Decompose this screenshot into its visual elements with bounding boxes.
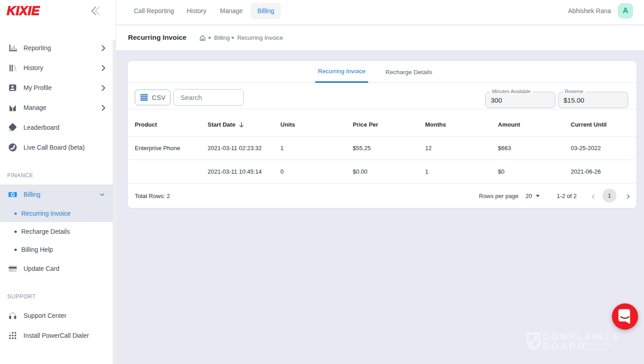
svg-text:DISPUTES: DISPUTES bbox=[583, 346, 609, 351]
svg-text:RESOLVING: RESOLVING bbox=[583, 341, 612, 346]
svg-text:COMPLAINTS: COMPLAINTS bbox=[543, 331, 620, 341]
svg-text:BOARD: BOARD bbox=[543, 340, 586, 351]
